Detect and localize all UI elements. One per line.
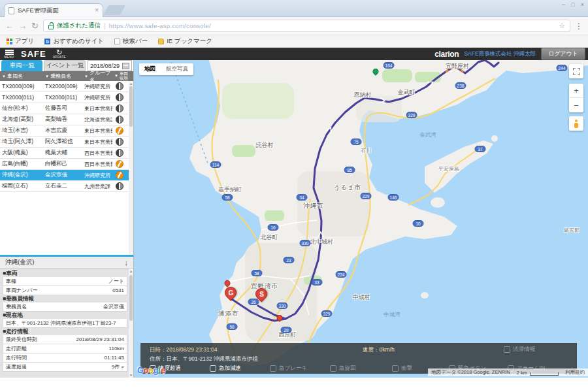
vehicle-status-icon [116,82,123,90]
overlay-datetime: 日時：2018/08/29 23:31:04 [150,346,218,354]
table-row[interactable]: 北海道(高梨)高梨晴香北海道営業課 [0,114,133,125]
new-tab-button[interactable] [103,5,125,15]
route-shield: 58 [252,270,263,276]
scrollbar-thumb[interactable] [129,86,133,127]
scroll-down-icon[interactable]: ▼ [129,373,133,377]
terms-link[interactable]: 利用規約 [565,369,585,376]
detail-label: 最終受信時刻 [6,336,37,343]
minimize-icon[interactable]: – [562,1,565,8]
logout-button[interactable]: ログアウト [541,48,585,60]
vehicle-list-scrollbar[interactable]: ▲ [129,81,133,255]
detail-row: 速度超過9件 > [3,363,127,372]
route-shield: 224 [336,271,347,278]
detail-value: 01:11:45 [104,355,124,361]
detail-row: 最終受信時刻2018/08/29 23:31:04 [3,335,127,344]
filter-icon: ▼ [2,74,6,78]
table-row[interactable]: TX2000(011)TX2000(011)沖縄研究所 [0,92,133,103]
route-shield: 104 [384,62,395,69]
fullscreen-button[interactable] [569,64,583,78]
detail-row: 走行時間01:11:45 [3,353,127,363]
speed-label: 速度： [363,346,380,353]
browser-toolbar: ← → ↻ 保護された通信 | https://www.safe-asp.com… [0,17,588,35]
maximize-icon[interactable]: □ [571,1,574,8]
pegman-icon [574,120,579,128]
bookmark-item[interactable]: 検索バー [114,37,148,46]
table-row[interactable]: TX2000(009)TX2000(009)沖縄研究所 [0,81,133,92]
bookmark-item[interactable]: bおすすめのサイト [44,37,104,46]
map-scale: 2 km [517,370,559,376]
zoom-out-button[interactable]: − [569,98,583,112]
map-type-satellite-button[interactable]: 航空写真 [161,63,193,75]
detail-label: 速度超過 [6,363,27,370]
close-icon[interactable]: × [581,1,584,8]
table-row[interactable]: 広島(白幡)白幡和己西日本営業部 [0,159,133,170]
tab-close-icon[interactable]: × [95,7,99,14]
table-row[interactable]: 埼玉(本吉)本吉広慶東日本営業部 [0,125,133,137]
goal-marker[interactable]: G [225,287,237,299]
event-filter-checkbox[interactable]: 急加減速 [210,365,241,372]
vehicle-name: 北海道(高梨) [0,116,43,123]
event-filter-checkbox[interactable]: 衝撃 [392,365,412,372]
start-marker[interactable]: S [255,288,267,300]
map-place-label: 浦添市 [218,310,239,318]
route-shield: 85 [344,167,355,173]
scroll-up-icon[interactable]: ▲ [129,82,133,86]
table-row[interactable]: 福岡(立石)立石圭二九州営業課 [0,181,133,192]
checkbox-label: 急加減速 [219,365,241,372]
collapse-arrow-icon[interactable]: ↓ [125,259,129,267]
reload-icon[interactable]: ↻ [31,22,39,30]
detail-label: 車両ナンバー [6,287,38,294]
bookmark-label: おすすめのサイト [53,37,104,46]
browser-tab[interactable]: SAFE管理画面 × [4,3,103,17]
crew-name: 穐葉大輔 [43,149,82,157]
tab-vehicle-list[interactable]: 車両一覧 [1,60,42,71]
hamburger-menu-icon[interactable]: MENU [3,50,16,59]
table-row[interactable]: 仙台(松本)佐藤吾司東日本営業部 [0,103,133,114]
update-refresh-icon[interactable]: ↻ UPDATE [53,49,66,59]
crew-name: 白幡和己 [43,160,82,168]
filter-icon: ▼ [84,74,88,78]
address-bar[interactable]: 保護された通信 | https://www.safe-asp.com/conso… [43,20,570,32]
brand-logo: clarion [434,50,459,59]
scroll-up-icon[interactable]: ▲ [129,269,133,273]
detail-scrollbar[interactable]: ▲ ▼ [129,269,133,378]
group-name: 西日本営業部 [82,161,112,168]
back-icon[interactable]: ← [5,22,14,30]
crew-name: 金沢宗儀 [43,171,82,179]
column-crew-name[interactable]: ▼乗務員名 [43,73,82,80]
column-vehicle-status[interactable]: ▼車両状態 [112,72,129,81]
forward-icon[interactable]: → [18,22,27,30]
event-filter-checkbox[interactable]: 急旋回 [330,365,356,372]
address-label: 住所： [150,355,167,362]
bookmark-item[interactable]: アプリ [7,37,34,46]
detail-label: 走行時間 [6,354,27,361]
tab-event-list[interactable]: イベント一覧 [44,60,85,71]
secure-lock-icon [48,25,54,29]
table-row[interactable]: 沖縄(金沢)金沢宗儀沖縄研究所 [0,170,133,181]
bookmark-item[interactable]: IE ブックマーク [158,37,212,46]
detail-section-heading: ■車両 [3,270,127,277]
bookmark-star-icon[interactable]: ☆ [559,22,565,30]
browser-menu-icon[interactable]: ⋮ [575,22,583,31]
table-row[interactable]: 埼玉(阿久澤)阿久澤裕也東日本営業部 [0,137,133,148]
column-vehicle-name[interactable]: ▼車両名 [0,73,43,80]
group-name: 北海道営業課 [82,116,112,123]
group-name: 東日本営業部 [82,105,112,112]
vehicle-status-icon [116,160,123,168]
address-separator: | [104,22,106,29]
overlay-address: 住所：日本、〒901-2132 沖縄県浦添市伊祖 [150,355,258,363]
table-row[interactable]: 大阪(穐葉)穐葉大輔西日本営業部 [0,148,133,159]
map-type-map-button[interactable]: 地図 [139,63,161,75]
group-name: 西日本営業部 [82,150,112,157]
traffic-info-checkbox[interactable]: 渋滞情報 [504,346,535,353]
crew-name: 立石圭二 [43,182,82,190]
detail-section-heading: ■現在地 [3,312,127,319]
street-view-pegman[interactable] [569,116,583,131]
map-canvas[interactable]: 宜野座村金武町恩納村石川読谷村うるま市嘉手納町沖縄市北谷町北中城村宜野湾市中城村… [134,60,588,378]
vehicle-status-icon [116,127,123,135]
zoom-in-button[interactable]: + [569,84,583,98]
detail-panel-header[interactable]: 沖縄(金沢) ↓ [0,257,133,269]
scrollbar-thumb[interactable] [129,275,133,321]
event-filter-checkbox[interactable]: 急ブレーキ [270,365,307,372]
page-favicon [8,7,14,14]
